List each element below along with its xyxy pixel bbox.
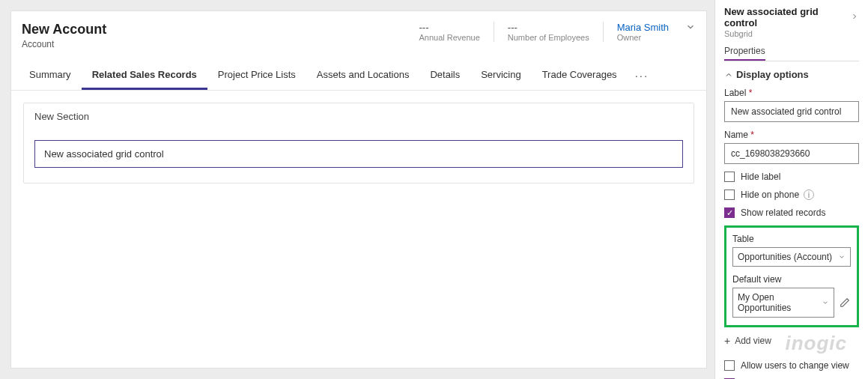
- label-field-label: Label: [724, 88, 859, 98]
- chevron-down-icon[interactable]: [685, 22, 696, 34]
- main-form-area: New Account Account --- Annual Revenue -…: [10, 10, 707, 369]
- entity-name: Account: [22, 39, 106, 49]
- checkbox-label: Hide label: [741, 172, 780, 182]
- checkbox-label: Hide on phone: [741, 190, 799, 200]
- default-view-field-label: Default view: [732, 274, 851, 285]
- label-input[interactable]: [724, 101, 859, 122]
- stat-value: ---: [419, 22, 479, 33]
- show-related-records-checkbox[interactable]: Show related records: [724, 207, 859, 218]
- checkbox-icon: [724, 360, 735, 371]
- form-tabs: Summary Related Sales Records Project Pr…: [11, 61, 706, 91]
- display-options-header[interactable]: Display options: [724, 69, 859, 80]
- header-stats: --- Annual Revenue --- Number of Employe…: [405, 22, 696, 49]
- owner-link[interactable]: Maria Smith: [617, 22, 669, 33]
- chevron-down-icon: [822, 299, 829, 306]
- panel-subtitle: Subgrid: [724, 29, 859, 38]
- tab-servicing[interactable]: Servicing: [470, 61, 531, 90]
- allow-change-view-checkbox[interactable]: Allow users to change view: [724, 360, 859, 371]
- stat-label: Number of Employees: [508, 33, 589, 42]
- tab-project-price-lists[interactable]: Project Price Lists: [207, 61, 306, 90]
- form-content: New Section New associated grid control: [11, 91, 706, 195]
- stat-label: Annual Revenue: [419, 33, 479, 42]
- stat-annual-revenue: --- Annual Revenue: [405, 22, 493, 42]
- properties-panel: New associated grid control Subgrid Prop…: [714, 0, 868, 379]
- stat-label: Owner: [617, 33, 669, 42]
- stat-num-employees: --- Number of Employees: [494, 22, 603, 42]
- checkbox-icon: [724, 190, 735, 200]
- table-select[interactable]: Opportunities (Account): [732, 247, 851, 267]
- group-label: Display options: [736, 69, 809, 80]
- select-value: My Open Opportunities: [738, 292, 822, 313]
- add-view-button[interactable]: + Add view: [724, 335, 859, 347]
- add-view-label: Add view: [735, 336, 771, 346]
- tab-details[interactable]: Details: [419, 61, 470, 90]
- checkbox-label: Show related records: [741, 207, 825, 218]
- tab-assets-locations[interactable]: Assets and Locations: [306, 61, 420, 90]
- stat-owner: Maria Smith Owner: [603, 22, 682, 42]
- select-value: Opportunities (Account): [738, 252, 838, 262]
- checkbox-label: Allow users to change view: [741, 360, 849, 371]
- section-title: New Section: [24, 103, 694, 130]
- pencil-icon: [840, 297, 850, 308]
- default-view-select[interactable]: My Open Opportunities: [732, 288, 834, 318]
- page-title: New Account: [22, 22, 106, 37]
- title-block: New Account Account: [22, 22, 106, 49]
- plus-icon: +: [724, 335, 730, 347]
- form-header: New Account Account --- Annual Revenue -…: [11, 11, 706, 54]
- tab-overflow-button[interactable]: ···: [628, 61, 657, 90]
- edit-view-button[interactable]: [839, 297, 851, 309]
- highlighted-section: Table Opportunities (Account) Default vi…: [724, 225, 859, 327]
- name-input[interactable]: [724, 143, 859, 164]
- tab-summary[interactable]: Summary: [19, 61, 82, 90]
- checkbox-icon: [724, 172, 735, 182]
- form-section: New Section New associated grid control: [23, 103, 694, 184]
- chevron-up-icon: [724, 70, 733, 79]
- hide-on-phone-checkbox[interactable]: Hide on phone i: [724, 190, 859, 200]
- panel-tabs: Properties: [724, 46, 859, 61]
- table-field-label: Table: [732, 234, 851, 244]
- stat-value: ---: [508, 22, 589, 33]
- name-field-label: Name: [724, 130, 859, 140]
- tab-related-sales[interactable]: Related Sales Records: [82, 61, 207, 90]
- associated-grid-control[interactable]: New associated grid control: [34, 140, 683, 168]
- tab-trade-coverages[interactable]: Trade Coverages: [532, 61, 628, 90]
- checkbox-icon: [724, 207, 735, 218]
- chevron-down-icon: [838, 253, 846, 261]
- info-icon[interactable]: i: [804, 190, 814, 200]
- hide-label-checkbox[interactable]: Hide label: [724, 172, 859, 182]
- panel-title: New associated grid control: [724, 6, 850, 28]
- chevron-right-icon[interactable]: [850, 10, 859, 24]
- tab-properties[interactable]: Properties: [724, 46, 765, 61]
